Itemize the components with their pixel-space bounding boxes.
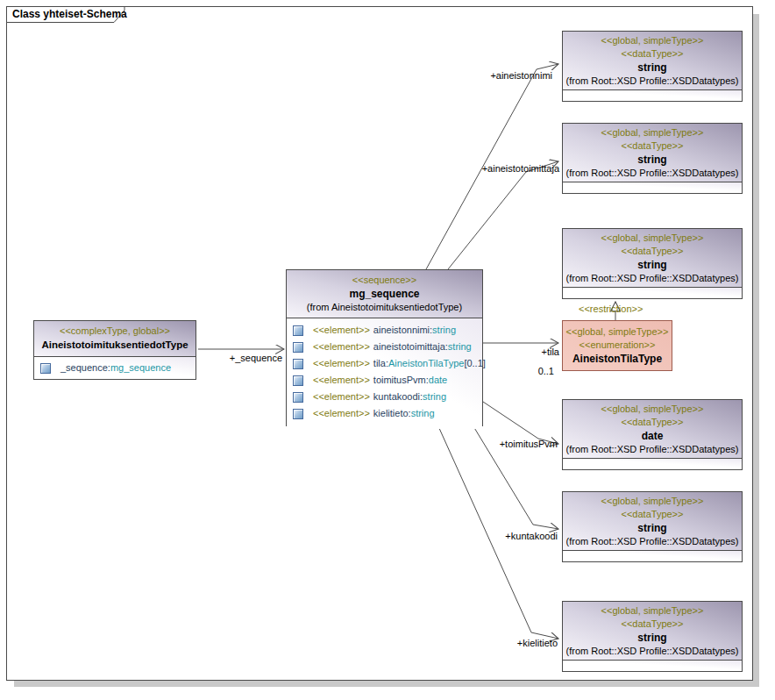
class-name: AineistotoimituksentiedotType — [34, 338, 196, 352]
class-name: string — [563, 61, 742, 75]
class-box-aineistotoimituksentiedottype[interactable]: <<complexType, global>> Aineistotoimituk… — [33, 320, 196, 380]
class-from-label: (from Root::XSD Profile::XSDDatatypes) — [563, 272, 742, 285]
stereotype-label: <<global, simpleType>> — [563, 495, 742, 508]
element-name: toimitusPvm: — [373, 375, 429, 385]
blue-square-attribute-icon — [293, 392, 303, 403]
class-from-label: (from Root::XSD Profile::XSDDatatypes) — [563, 645, 742, 658]
enumeration-box-aineistontilatype[interactable]: <<global, simpleType>> <<enumeration>> A… — [562, 320, 672, 371]
stereotype-label: <<dataType>> — [563, 245, 742, 258]
stereotype-label: <<global, simpleType>> — [563, 604, 742, 618]
blue-square-attribute-icon — [40, 363, 51, 374]
empty-compartment — [563, 288, 742, 298]
stereotype-label: <<global, simpleType>> — [563, 34, 742, 47]
element-stereotype: <<element>> — [313, 358, 370, 368]
attribute-type: mg_sequence — [110, 362, 171, 373]
stereotype-label: <<global, simpleType>> — [563, 126, 742, 139]
class-header: <<global, simpleType>> <<dataType>> stri… — [563, 602, 742, 661]
stereotype-label: <<global, simpleType>> — [563, 403, 742, 416]
stereotype-label: <<dataType>> — [563, 139, 742, 153]
element-row[interactable]: <<element>>aineistonnimi:string — [287, 322, 482, 339]
class-name: mg_sequence — [287, 287, 482, 301]
attributes-compartment: _sequence:mg_sequence — [34, 357, 196, 379]
class-header: <<sequence>> mg_sequence (from Aineistot… — [287, 270, 482, 318]
blue-square-attribute-icon — [293, 409, 303, 419]
empty-compartment — [563, 182, 742, 193]
datatype-box-date-toimituspvm[interactable]: <<global, simpleType>> <<dataType>> date… — [562, 399, 743, 470]
class-header: <<global, simpleType>> <<enumeration>> A… — [563, 321, 672, 370]
class-name: date — [563, 429, 742, 443]
role-label-kuntakoodi: +kuntakoodi — [505, 531, 558, 541]
element-type: string — [432, 325, 456, 335]
attribute-row[interactable]: _sequence:mg_sequence — [34, 357, 196, 378]
element-row[interactable]: <<element>>kielitieto:string — [287, 405, 482, 422]
blue-square-attribute-icon — [293, 375, 303, 386]
element-name: kuntakoodi: — [373, 391, 423, 402]
diagram-canvas: Class yhteiset-Schema <<complexType, glo… — [0, 0, 775, 700]
element-type: string — [411, 408, 435, 418]
datatype-box-string-kielitieto[interactable]: <<global, simpleType>> <<dataType>> stri… — [562, 601, 743, 672]
element-row[interactable]: <<element>>aineistotoimittaja:string — [287, 339, 482, 355]
element-multiplicity: [0..1] — [464, 358, 485, 368]
role-label-tila: +tila — [542, 346, 560, 357]
role-label-toimituspvm: +toimitusPvm — [500, 439, 558, 449]
datatype-box-string-aineistotoimittaja[interactable]: <<global, simpleType>> <<dataType>> stri… — [562, 123, 743, 194]
empty-compartment — [563, 661, 742, 671]
class-from-label: (from Root::XSD Profile::XSDDatatypes) — [563, 535, 742, 548]
class-name: AineistonTilaType — [563, 352, 672, 366]
stereotype-label: <<sequence>> — [287, 274, 482, 287]
stereotype-label: <<dataType>> — [563, 618, 742, 631]
elements-compartment: <<element>>aineistonnimi:string <<elemen… — [287, 318, 482, 429]
multiplicity-label-tila: 0..1 — [538, 366, 554, 376]
element-stereotype: <<element>> — [313, 375, 370, 385]
class-header: <<global, simpleType>> <<dataType>> stri… — [563, 124, 742, 182]
class-from-label: (from Root::XSD Profile::XSDDatatypes) — [563, 443, 742, 456]
stereotype-label: <<global, simpleType>> — [563, 232, 742, 245]
class-name: string — [563, 258, 742, 272]
blue-square-attribute-icon — [293, 359, 303, 369]
class-from-label: (from Root::XSD Profile::XSDDatatypes) — [563, 167, 742, 180]
diagram-title: Class yhteiset-Schema — [12, 8, 127, 20]
class-name: string — [563, 631, 742, 645]
stereotype-label: <<dataType>> — [563, 416, 742, 429]
element-type: AineistonTilaType — [388, 358, 464, 368]
class-header: <<global, simpleType>> <<dataType>> date… — [563, 400, 742, 459]
class-box-mg-sequence[interactable]: <<sequence>> mg_sequence (from Aineistot… — [286, 269, 483, 426]
role-label-aineistonnimi: +aineistonnimi — [490, 70, 552, 81]
stereotype-label: <<dataType>> — [563, 508, 742, 521]
role-label-sequence: +_sequence — [230, 353, 282, 363]
class-header: <<global, simpleType>> <<dataType>> stri… — [563, 492, 742, 551]
element-row[interactable]: <<element>>tila:AineistonTilaType[0..1] — [287, 355, 482, 372]
element-type: string — [423, 391, 446, 402]
stereotype-label: <<global, simpleType>> — [563, 325, 672, 339]
element-type: string — [448, 341, 472, 352]
stereotype-label: <<complexType, global>> — [34, 325, 196, 338]
element-stereotype: <<element>> — [313, 325, 370, 335]
class-from-label: (from Root::XSD Profile::XSDDatatypes) — [563, 75, 742, 88]
datatype-box-string-aineistonnimi[interactable]: <<global, simpleType>> <<dataType>> stri… — [562, 31, 743, 102]
stereotype-label-restriction: <<restriction>> — [579, 304, 643, 314]
class-header: <<global, simpleType>> <<dataType>> stri… — [563, 32, 742, 90]
empty-compartment — [563, 551, 742, 561]
datatype-box-string-kuntakoodi[interactable]: <<global, simpleType>> <<dataType>> stri… — [562, 491, 743, 562]
blue-square-attribute-icon — [293, 342, 303, 353]
element-stereotype: <<element>> — [313, 341, 370, 352]
role-label-kielitieto: +kielitieto — [517, 638, 558, 648]
role-label-aineistotoimittaja: +aineistotoimittaja — [482, 163, 559, 174]
class-name: string — [563, 153, 742, 167]
class-from-label: (from AineistotoimituksentiedotType) — [287, 301, 482, 314]
datatype-box-string-restriction-parent[interactable]: <<global, simpleType>> <<dataType>> stri… — [562, 228, 743, 299]
element-name: aineistotoimittaja: — [373, 341, 448, 352]
element-row[interactable]: <<element>>toimitusPvm:date — [287, 372, 482, 389]
attribute-name: _sequence: — [60, 362, 110, 373]
class-header: <<complexType, global>> Aineistotoimituk… — [34, 321, 196, 357]
empty-compartment — [563, 459, 742, 469]
class-header: <<global, simpleType>> <<dataType>> stri… — [563, 229, 742, 288]
stereotype-label: <<enumeration>> — [563, 339, 672, 352]
element-row[interactable]: <<element>>kuntakoodi:string — [287, 389, 482, 405]
element-stereotype: <<element>> — [313, 391, 370, 402]
stereotype-label: <<dataType>> — [563, 47, 742, 61]
element-name: aineistonnimi: — [373, 325, 432, 335]
element-stereotype: <<element>> — [313, 408, 370, 418]
blue-square-attribute-icon — [293, 325, 303, 336]
element-type: date — [429, 375, 447, 385]
